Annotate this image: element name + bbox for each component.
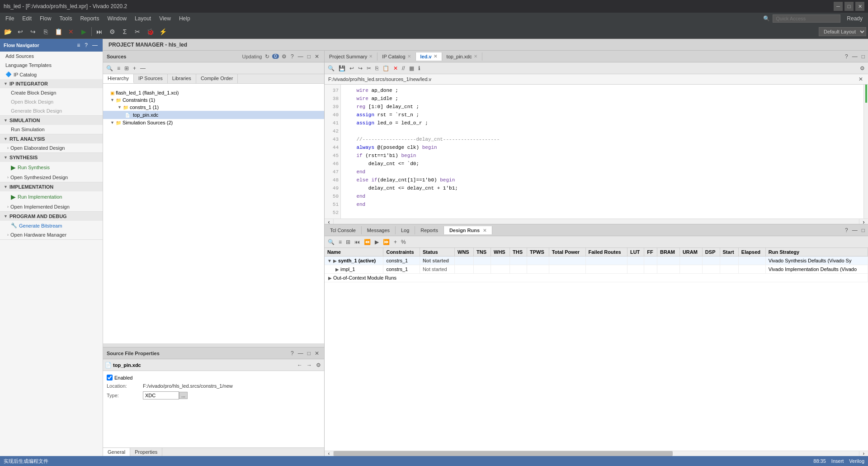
dr-add-button[interactable]: +: [392, 238, 398, 246]
bottom-help-button[interactable]: ?: [844, 227, 849, 234]
tree-item-constrs-1[interactable]: ▼ 📁 constrs_1 (1): [103, 104, 324, 111]
table-row-oooc[interactable]: ▶ Out-of-Context Module Runs: [325, 274, 868, 282]
tree-item-simulation-sources[interactable]: ▼ 📁 Simulation Sources (2): [103, 119, 324, 126]
maximize-button[interactable]: □: [844, 2, 854, 11]
editor-search-button[interactable]: 🔍: [326, 65, 336, 72]
sfp-type-input[interactable]: [143, 391, 179, 399]
sfp-enabled-checkbox[interactable]: [107, 375, 113, 380]
sources-expand-button[interactable]: ⊞: [123, 65, 130, 72]
editor-hscrollbar[interactable]: ‹ ›: [325, 219, 868, 224]
nav-item-run-simulation[interactable]: Run Simulation: [0, 125, 103, 134]
editor-block-btn[interactable]: ▦: [408, 65, 415, 72]
dr-prev-button[interactable]: ⏪: [363, 238, 372, 246]
editor-vscrollbar[interactable]: [863, 85, 868, 219]
nav-pin-button[interactable]: ≡: [75, 42, 81, 49]
synth1-expand2[interactable]: ▶: [333, 258, 337, 263]
minimize-button[interactable]: ─: [834, 2, 843, 11]
editor-paste-btn[interactable]: 📋: [381, 65, 391, 72]
led-v-tab-close[interactable]: ✕: [434, 54, 437, 59]
bottom-hscrollbar[interactable]: ‹ ›: [325, 451, 868, 456]
dr-expand-button[interactable]: ⊞: [344, 238, 352, 246]
step-button[interactable]: ⏭: [94, 26, 105, 37]
ip-catalog-tab-close[interactable]: ✕: [407, 54, 411, 59]
nav-item-ip-catalog[interactable]: 🔷 IP Catalog: [0, 70, 103, 79]
code-editor[interactable]: wire ap_done ; wire ap_idle ; reg [1:0] …: [341, 85, 863, 219]
sfp-help-button[interactable]: ?: [289, 350, 295, 357]
sources-max-button[interactable]: □: [306, 53, 312, 60]
sources-tab-compile-order[interactable]: Compile Order: [196, 74, 238, 83]
probe-button[interactable]: ⚡: [157, 26, 169, 37]
sfp-max-button[interactable]: □: [306, 350, 312, 357]
sources-close-button[interactable]: ✕: [313, 53, 321, 60]
editor-cut-btn[interactable]: ✂: [365, 65, 373, 72]
bottom-tab-design-runs[interactable]: Design Runs ✕: [444, 226, 492, 234]
debug-button[interactable]: 🐞: [144, 26, 156, 37]
editor-redo-btn[interactable]: ↪: [357, 65, 364, 72]
tree-item-top-pin-xdc[interactable]: 📄 top_pin.xdc: [103, 111, 324, 119]
sfp-nav-next-button[interactable]: →: [305, 361, 313, 369]
table-row-impl1[interactable]: ▶ impl_1 constrs_1 Not started: [325, 265, 868, 274]
sources-delete-button[interactable]: —: [139, 65, 147, 72]
dr-next-button[interactable]: ⏩: [382, 238, 391, 246]
editor-tab-top-pin-xdc[interactable]: top_pin.xdc ✕: [442, 52, 482, 61]
editor-tab-led-v[interactable]: led.v ✕: [416, 52, 442, 61]
undo-button[interactable]: ↩: [14, 26, 26, 37]
sources-settings-button[interactable]: ⚙: [280, 53, 288, 60]
open-button[interactable]: 📂: [2, 26, 14, 37]
editor-help-button[interactable]: ?: [844, 53, 849, 60]
bottom-tab-messages[interactable]: Messages: [362, 226, 396, 234]
sigma-button[interactable]: Σ: [119, 26, 131, 37]
sources-search-button[interactable]: 🔍: [105, 65, 114, 72]
nav-item-generate-block-design[interactable]: Generate Block Design: [0, 106, 103, 115]
sfp-tab-general[interactable]: General: [103, 448, 130, 456]
sfp-type-browse-button[interactable]: ...: [179, 392, 188, 399]
sfp-nav-prev-button[interactable]: ←: [296, 361, 304, 369]
oooc-expand[interactable]: ▶: [328, 276, 332, 281]
nav-settings-button[interactable]: ?: [83, 42, 89, 49]
quick-access-input[interactable]: [773, 14, 840, 23]
nav-item-open-elaborated-design[interactable]: › Open Elaborated Design: [0, 143, 103, 152]
project-summary-tab-close[interactable]: ✕: [369, 54, 373, 59]
nav-item-run-implementation[interactable]: ▶ Run Implementation: [0, 191, 103, 202]
dr-first-button[interactable]: ⏮: [353, 238, 361, 246]
editor-comment-btn[interactable]: //: [401, 65, 406, 72]
menu-view[interactable]: View: [156, 14, 175, 23]
ip-integrator-header[interactable]: ▼ IP INTEGRATOR: [0, 79, 103, 88]
sfp-tab-properties[interactable]: Properties: [130, 448, 162, 456]
run-button[interactable]: ▶: [78, 26, 90, 37]
hscroll-left[interactable]: ‹: [325, 219, 334, 224]
editor-close-file-button[interactable]: ✕: [857, 76, 864, 83]
bottom-hscroll-left[interactable]: ‹: [325, 451, 334, 456]
nav-item-add-sources[interactable]: Add Sources: [0, 52, 103, 61]
editor-delete-btn[interactable]: ✕: [392, 65, 399, 72]
dr-search-button[interactable]: 🔍: [326, 238, 336, 246]
editor-max-button[interactable]: □: [860, 53, 866, 60]
layout-selector[interactable]: Default Layout: [819, 27, 866, 36]
menu-layout[interactable]: Layout: [131, 14, 155, 23]
editor-undo-btn[interactable]: ↩: [348, 65, 355, 72]
copy-button[interactable]: ⎘: [40, 26, 52, 37]
impl1-expand[interactable]: ▶: [335, 267, 339, 272]
nav-item-open-hardware-manager[interactable]: › Open Hardware Manager: [0, 230, 103, 239]
dr-percent-button[interactable]: %: [400, 238, 407, 246]
paste-button[interactable]: 📋: [52, 26, 64, 37]
redo-button[interactable]: ↪: [27, 26, 39, 37]
dr-run-button[interactable]: ▶: [373, 238, 380, 246]
menu-file[interactable]: File: [2, 14, 18, 23]
menu-tools[interactable]: Tools: [56, 14, 75, 23]
nav-item-open-synthesized-design[interactable]: › Open Synthesized Design: [0, 173, 103, 182]
cut-button[interactable]: ✂: [132, 26, 143, 37]
rtl-analysis-header[interactable]: ▼ RTL ANALYSIS: [0, 134, 103, 143]
sources-refresh-button[interactable]: ↻: [264, 53, 271, 60]
implementation-header[interactable]: ▼ IMPLEMENTATION: [0, 182, 103, 191]
top-pin-xdc-tab-close[interactable]: ✕: [474, 54, 477, 59]
nav-item-create-block-design[interactable]: Create Block Design: [0, 88, 103, 97]
nav-item-language-templates[interactable]: Language Templates: [0, 61, 103, 70]
bottom-tab-log[interactable]: Log: [396, 226, 415, 234]
sfp-close-button[interactable]: ✕: [313, 350, 321, 357]
settings-button[interactable]: ⚙: [106, 26, 118, 37]
sources-collapse-button[interactable]: ≡: [116, 65, 122, 72]
bottom-hscroll-right[interactable]: ›: [859, 451, 868, 456]
tree-item-flash-led[interactable]: ▣ flash_led_1 (flash_led_1.xci): [103, 89, 324, 96]
synth1-expand[interactable]: ▼: [327, 258, 332, 263]
